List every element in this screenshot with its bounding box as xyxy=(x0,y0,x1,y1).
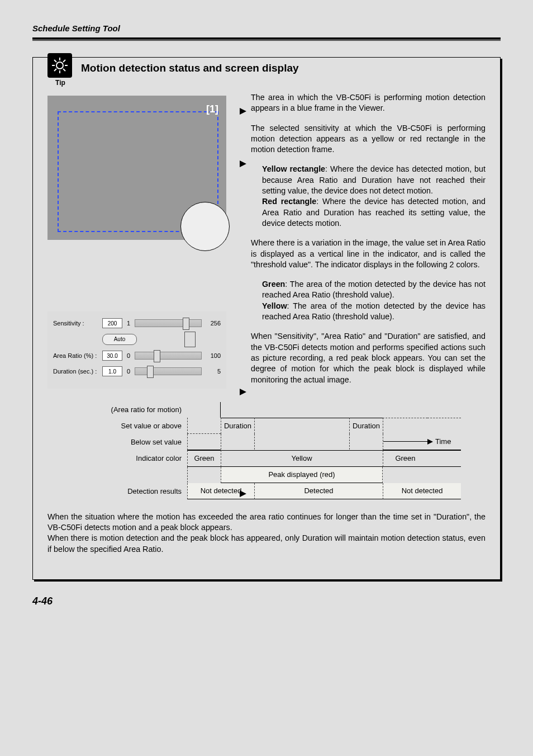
arearatio-slider[interactable] xyxy=(135,352,202,360)
arearatio-min: 0 xyxy=(127,352,130,359)
tip-label: Tip xyxy=(47,79,73,87)
arrow-right-icon xyxy=(427,439,433,445)
indicator-cell: Green xyxy=(187,450,221,467)
timeline-axis-label: (Area ratio for motion) xyxy=(47,405,187,414)
duration-min: 0 xyxy=(127,368,130,375)
indicator-cell xyxy=(349,450,383,467)
section-header: Schedule Setting Tool xyxy=(32,23,501,33)
sensitivity-max: 256 xyxy=(206,320,221,327)
arrow-right-icon xyxy=(240,389,246,395)
paragraph-indent: Yellow rectangle: Where the device has d… xyxy=(262,164,486,229)
paragraph: The area in which the VB-C50Fi is perfor… xyxy=(251,92,486,114)
frame-number-label: [1] xyxy=(206,103,218,115)
peak-cell: Peak displayed (red) xyxy=(221,467,383,483)
duration-label: Duration xyxy=(221,418,254,434)
callout-title: Motion detection status and screen displ… xyxy=(81,62,299,74)
viewer-preview-figure: [1] xyxy=(47,96,226,240)
arearatio-label: Area Ratio (%) : xyxy=(53,352,98,359)
indicator-cell: Green xyxy=(383,450,427,467)
magnifier-icon xyxy=(180,202,230,251)
svg-line-8 xyxy=(54,69,56,71)
footer-paragraph: When the situation where the motion has … xyxy=(47,512,486,555)
auto-button[interactable]: Auto xyxy=(102,334,137,345)
header-rule xyxy=(32,37,501,40)
sensitivity-slider[interactable] xyxy=(135,319,202,327)
indicator-cell: Yellow xyxy=(254,450,349,467)
setting-row-sensitivity: Sensitivity : 200 1 256 xyxy=(53,318,221,328)
det-cell: Not detected xyxy=(383,483,461,499)
svg-line-6 xyxy=(63,69,65,71)
duration-field[interactable]: 1.0 xyxy=(102,366,122,376)
sensitivity-min: 1 xyxy=(127,320,130,327)
arearatio-max: 100 xyxy=(206,352,221,359)
arrow-right-icon xyxy=(240,108,246,115)
time-label: Time xyxy=(435,437,451,446)
arrow-right-icon xyxy=(240,490,246,497)
timeline-row-label: Set value or above xyxy=(47,422,187,430)
timeline-row-label: Below set value xyxy=(47,438,187,446)
paragraph: When "Sensitivity", "Area Ratio" and "Du… xyxy=(251,331,486,385)
paragraph: The selected sensitivity at which the VB… xyxy=(251,123,486,155)
paragraph-indent: Green: The area of the motion detected b… xyxy=(262,279,486,322)
tip-icon xyxy=(47,53,72,78)
timeline-row-label: Indicator color xyxy=(47,454,187,462)
timeline-figure: (Area ratio for motion) Set value or abo… xyxy=(47,402,486,499)
indicator-cell xyxy=(427,450,461,467)
arrow-right-icon xyxy=(240,160,246,167)
timeline-row-label: Detection results xyxy=(47,487,187,495)
det-cell: Detected xyxy=(254,483,383,499)
duration-slider[interactable] xyxy=(135,367,202,375)
setting-row-arearatio: Area Ratio (%) : 30.0 0 100 xyxy=(53,351,221,361)
sensitivity-field[interactable]: 200 xyxy=(102,318,122,328)
indicator-cell xyxy=(221,450,254,467)
duration-label: Duration (sec.) : xyxy=(53,368,98,375)
paragraph: Where there is a variation in the image,… xyxy=(251,238,486,270)
svg-line-7 xyxy=(63,60,65,62)
duration-max: 5 xyxy=(206,368,221,375)
indicator-thumb xyxy=(184,332,196,347)
svg-line-5 xyxy=(54,60,56,62)
duration-label: Duration xyxy=(349,418,383,434)
arearatio-field[interactable]: 30.0 xyxy=(102,351,122,361)
settings-panel-figure: Sensitivity : 200 1 256 Auto xyxy=(47,311,226,389)
page-number: 4-46 xyxy=(32,596,501,607)
tip-callout-box: Tip Motion detection status and screen d… xyxy=(32,57,501,580)
svg-point-0 xyxy=(56,62,63,69)
setting-row-duration: Duration (sec.) : 1.0 0 5 xyxy=(53,366,221,376)
sensitivity-label: Sensitivity : xyxy=(53,320,98,327)
